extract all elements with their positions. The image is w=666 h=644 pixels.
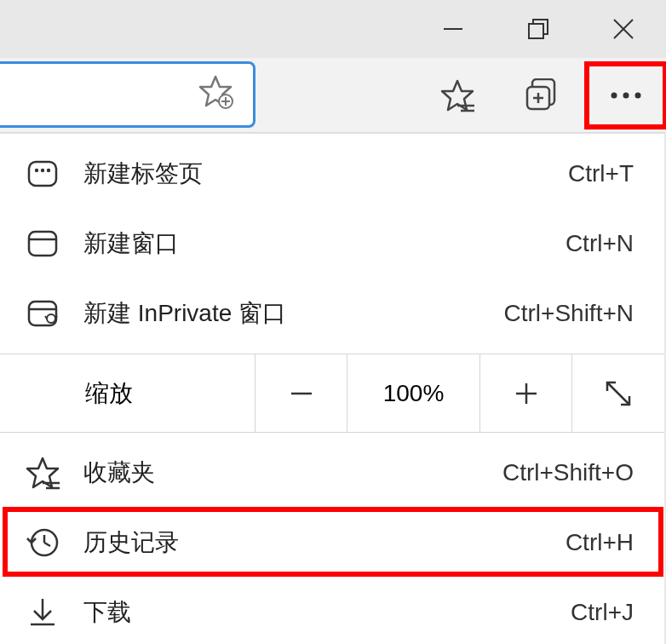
minimize-button[interactable] <box>411 0 496 58</box>
collections-icon[interactable] <box>499 58 583 133</box>
menu-item-new-window[interactable]: 新建窗口 Ctrl+N <box>0 209 664 279</box>
favorites-icon <box>26 456 60 490</box>
svg-rect-23 <box>29 302 56 325</box>
zoom-out-button[interactable] <box>255 354 347 433</box>
menu-item-shortcut: Ctrl+Shift+N <box>504 300 634 327</box>
menu-item-favorites[interactable]: 收藏夹 Ctrl+Shift+O <box>0 438 664 508</box>
menu-item-label: 新建 InPrivate 窗口 <box>83 297 504 330</box>
svg-point-19 <box>41 169 44 172</box>
zoom-row: 缩放 100% <box>0 354 664 433</box>
menu-item-shortcut: Ctrl+T <box>568 160 634 187</box>
menu-item-shortcut: Ctrl+Shift+O <box>502 459 634 486</box>
menu-item-downloads[interactable]: 下载 Ctrl+J <box>0 578 664 644</box>
menu-item-label: 新建标签页 <box>83 158 568 190</box>
svg-point-16 <box>635 93 641 99</box>
new-tab-icon <box>26 157 60 191</box>
maximize-button[interactable] <box>496 0 581 58</box>
menu-item-shortcut: Ctrl+H <box>566 529 634 556</box>
menu-item-label: 历史记录 <box>83 526 566 559</box>
svg-line-35 <box>44 543 50 546</box>
favorites-list-icon[interactable] <box>416 58 499 133</box>
menu-item-label: 下载 <box>83 596 571 629</box>
menu-item-new-inprivate[interactable]: 新建 InPrivate 窗口 Ctrl+Shift+N <box>0 279 664 348</box>
svg-line-30 <box>607 382 629 405</box>
more-menu-button[interactable] <box>584 61 666 129</box>
toolbar-row <box>0 58 666 133</box>
inprivate-icon <box>26 296 60 331</box>
fullscreen-button[interactable] <box>572 354 664 433</box>
settings-menu: 新建标签页 Ctrl+T 新建窗口 Ctrl+N <box>0 133 664 644</box>
menu-item-shortcut: Ctrl+J <box>571 599 634 626</box>
menu-item-new-tab[interactable]: 新建标签页 Ctrl+T <box>0 139 664 209</box>
menu-item-label: 新建窗口 <box>83 227 566 260</box>
menu-item-shortcut: Ctrl+N <box>566 230 634 257</box>
zoom-value: 100% <box>347 354 480 433</box>
zoom-in-button[interactable] <box>480 354 572 433</box>
svg-rect-1 <box>529 24 543 38</box>
window-title-bar <box>0 0 666 58</box>
new-window-icon <box>26 227 60 261</box>
history-icon <box>26 526 60 560</box>
svg-rect-21 <box>29 232 56 256</box>
add-favorite-inline-icon[interactable] <box>198 74 236 115</box>
svg-point-15 <box>623 93 629 99</box>
svg-point-20 <box>47 169 50 172</box>
download-icon <box>26 595 60 630</box>
address-bar[interactable] <box>0 61 255 128</box>
menu-item-history[interactable]: 历史记录 Ctrl+H <box>0 508 664 578</box>
zoom-label: 缩放 <box>0 354 255 433</box>
svg-rect-17 <box>29 162 56 186</box>
svg-point-18 <box>35 169 38 172</box>
menu-item-label: 收藏夹 <box>83 457 502 489</box>
close-button[interactable] <box>581 0 666 58</box>
svg-point-14 <box>611 93 617 99</box>
